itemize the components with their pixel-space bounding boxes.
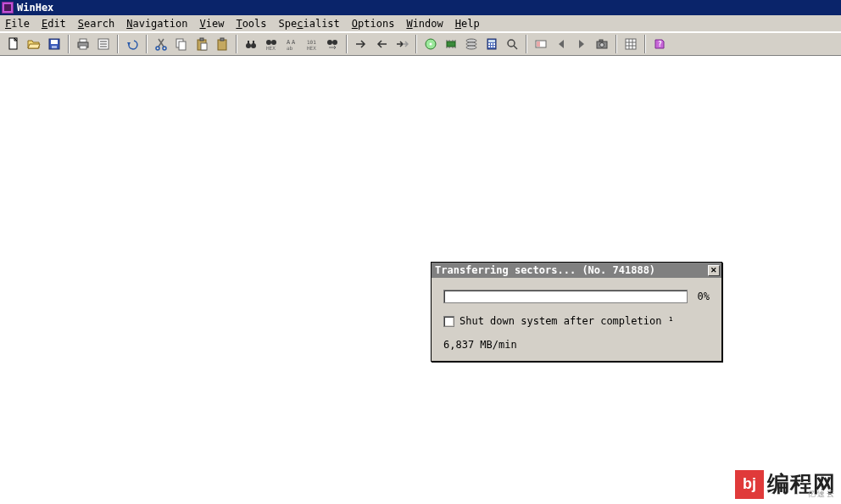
svg-point-46 <box>466 42 476 46</box>
forward-button[interactable] <box>393 35 411 53</box>
open-ram-button[interactable] <box>442 35 460 53</box>
watermark-logo: bj <box>735 470 764 499</box>
shutdown-checkbox[interactable] <box>443 316 454 327</box>
svg-rect-19 <box>220 38 224 41</box>
menu-edit[interactable]: Edit <box>42 18 66 30</box>
svg-rect-51 <box>491 43 493 45</box>
cut-icon <box>154 37 168 51</box>
svg-rect-54 <box>491 46 493 47</box>
svg-rect-63 <box>626 39 636 49</box>
undo-button[interactable] <box>123 35 142 53</box>
new-file-button[interactable] <box>4 35 23 53</box>
svg-rect-23 <box>253 41 254 44</box>
open-disk-button[interactable] <box>421 35 440 53</box>
app-icon <box>2 2 14 14</box>
find-button[interactable] <box>242 35 260 53</box>
toolbar-separator <box>236 35 237 53</box>
menu-options[interactable]: Options <box>352 18 395 30</box>
copy-icon <box>175 37 188 51</box>
properties-icon <box>97 37 110 51</box>
triangle-right-icon <box>575 37 588 51</box>
find-hex-button[interactable]: HEX <box>262 35 281 53</box>
find-text-icon: AAab <box>285 37 298 51</box>
svg-rect-53 <box>488 46 490 47</box>
arrow-left-icon <box>375 37 388 51</box>
svg-rect-59 <box>537 42 540 47</box>
help-button[interactable]: ? <box>650 35 669 53</box>
svg-text:HEX: HEX <box>307 45 316 51</box>
open-folder-icon <box>27 37 41 51</box>
menu-view[interactable]: View <box>199 18 224 30</box>
svg-rect-6 <box>80 46 86 49</box>
svg-text:ab: ab <box>287 45 293 51</box>
position-prev-button[interactable] <box>552 35 571 53</box>
menu-file[interactable]: File <box>5 18 30 30</box>
properties-button[interactable] <box>94 35 113 53</box>
watermark: bj 编程网 亿速云 <box>735 469 836 499</box>
svg-rect-22 <box>248 41 249 44</box>
replace-button[interactable] <box>323 35 342 53</box>
svg-rect-16 <box>200 38 203 41</box>
menu-search[interactable]: Search <box>78 18 114 30</box>
calculator-button[interactable] <box>482 35 501 53</box>
paste-button[interactable] <box>192 35 211 53</box>
open-button[interactable] <box>25 35 43 53</box>
position-next-button[interactable] <box>572 35 591 53</box>
clipboard-icon <box>215 37 229 51</box>
copy-button[interactable] <box>172 35 191 53</box>
analyze-button[interactable] <box>503 35 521 53</box>
svg-point-32 <box>327 40 332 45</box>
toolbar-separator <box>346 35 348 53</box>
progress-bar <box>443 290 688 303</box>
position-icon <box>534 37 548 51</box>
back-button[interactable] <box>372 35 391 53</box>
svg-rect-52 <box>493 43 495 45</box>
clipboard-button[interactable] <box>213 35 231 53</box>
menu-window[interactable]: Window <box>406 18 443 30</box>
snapshot-button[interactable] <box>593 35 611 53</box>
disk-tools-button[interactable] <box>462 35 481 53</box>
position-manager-button[interactable] <box>532 35 550 53</box>
shutdown-label: Shut down system after completion ¹ <box>459 315 674 327</box>
magnifier-icon <box>505 37 519 51</box>
svg-point-56 <box>508 40 515 47</box>
svg-point-45 <box>466 39 476 42</box>
svg-point-12 <box>163 47 166 50</box>
titlebar: WinHex <box>0 0 841 15</box>
toolbar-separator <box>146 35 148 53</box>
general-options-button[interactable] <box>621 35 640 53</box>
dialog-close-button[interactable]: ✕ <box>708 265 720 276</box>
svg-rect-4 <box>80 39 86 42</box>
dialog-title: Transferring sectors... (No. 741888) <box>435 264 655 276</box>
svg-line-57 <box>514 46 517 49</box>
find-text-button[interactable]: AAab <box>282 35 301 53</box>
toolbar-separator <box>644 35 646 53</box>
menu-navigation[interactable]: Navigation <box>126 18 187 30</box>
svg-point-35 <box>430 43 432 46</box>
toolbar-separator <box>526 35 527 53</box>
toolbar: HEX AAab 101HEX <box>0 32 841 56</box>
print-icon <box>76 37 90 51</box>
replace-hex-button[interactable]: 101HEX <box>303 35 321 53</box>
replace-icon <box>326 37 339 51</box>
new-file-icon <box>7 37 20 51</box>
progress-percent: 0% <box>698 291 710 302</box>
dialog-body: 0% Shut down system after completion ¹ 6… <box>432 278 721 361</box>
save-button[interactable] <box>45 35 64 53</box>
menu-help[interactable]: Help <box>455 18 480 30</box>
menu-tools[interactable]: Tools <box>236 18 266 30</box>
svg-text:101: 101 <box>307 39 316 45</box>
calculator-icon <box>485 37 498 51</box>
svg-rect-62 <box>599 40 603 42</box>
svg-rect-36 <box>447 42 455 47</box>
help-book-icon: ? <box>653 37 666 51</box>
goto-button[interactable] <box>352 35 370 53</box>
transfer-dialog: Transferring sectors... (No. 741888) ✕ 0… <box>431 262 722 362</box>
binoculars-icon <box>244 37 258 51</box>
dialog-titlebar[interactable]: Transferring sectors... (No. 741888) ✕ <box>432 263 721 278</box>
print-button[interactable] <box>74 35 92 53</box>
svg-point-61 <box>600 43 604 47</box>
cut-button[interactable] <box>152 35 170 53</box>
menu-specialist[interactable]: Specialist <box>279 18 340 30</box>
disk-icon <box>424 37 437 51</box>
